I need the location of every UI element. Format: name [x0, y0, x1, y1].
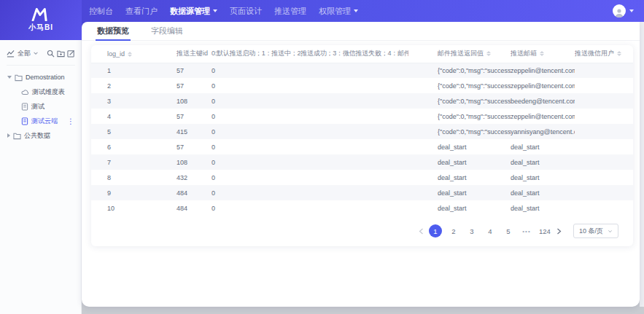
folder-icon — [15, 74, 23, 82]
caret-right-icon[interactable] — [7, 133, 10, 138]
user-menu[interactable] — [613, 4, 634, 17]
column-label: log_id — [107, 50, 125, 58]
page-button-5[interactable]: 5 — [502, 224, 515, 238]
table-header-row: log_id 推送主键id 0:默认推送启动；1：推送中；2推送成功；3：微信推… — [91, 45, 633, 63]
cell-push-status: 0 — [212, 93, 408, 109]
page-button-1[interactable]: 1 — [429, 224, 442, 238]
pagination: 1 2 3 4 5 ••• 124 10 条/页 — [91, 224, 633, 246]
column-header-push-status[interactable]: 0:默认推送启动；1：推送中；2推送成功；3：微信推送失败；4：邮件失败；5：全… — [212, 45, 408, 63]
page-ellipsis[interactable]: ••• — [520, 224, 533, 238]
avatar[interactable] — [613, 4, 626, 17]
cell-push-key-id: 108 — [160, 154, 212, 170]
more-actions-icon[interactable]: ⋮ — [67, 117, 74, 125]
cell-push-key-id: 57 — [160, 109, 212, 124]
chevron-down-icon — [629, 9, 634, 12]
cell-push-email: zeppelin@tencent.com — [511, 63, 575, 78]
main-nav: 控制台 查看门户 数据源管理 页面设计 推送管理 权限管理 — [89, 6, 358, 17]
nav-item-portal[interactable]: 查看门户 — [125, 6, 158, 17]
cell-log-id: 7 — [91, 154, 160, 170]
cell-push-key-id: 57 — [160, 78, 212, 93]
cell-mail-return: deal_start — [408, 170, 511, 185]
cell-push-email: deal_start — [511, 200, 575, 216]
data-table: log_id 推送主键id 0:默认推送启动；1：推送中；2推送成功；3：微信推… — [91, 45, 633, 216]
cell-push-status: 0 — [212, 170, 408, 185]
tree-item-label: 测试云端 — [31, 117, 58, 126]
file-icon — [21, 117, 28, 125]
search-icon[interactable] — [47, 50, 55, 58]
tree-item-dimension-table[interactable]: 测试维度表 — [0, 85, 81, 99]
table-row: 3 108 0 {"code":0,"msg":"success"} beede… — [91, 93, 633, 109]
brand-logo[interactable]: 小马BI — [0, 0, 82, 40]
dataset-tree: Demostration 测试维度表 测试 — [0, 68, 81, 143]
filter-selected-value[interactable]: 全部 — [18, 49, 31, 58]
scrollbar-track[interactable] — [640, 22, 644, 307]
nav-item-permission[interactable]: 权限管理 — [319, 6, 358, 17]
sort-icon[interactable] — [128, 52, 132, 57]
page-button-4[interactable]: 4 — [484, 224, 497, 238]
cell-push-key-id: 415 — [160, 124, 212, 139]
page-button-3[interactable]: 3 — [465, 224, 478, 238]
table-row: 1 57 0 {"code":0,"msg":"success"} zeppel… — [91, 63, 633, 78]
nav-label: 推送管理 — [274, 6, 306, 17]
folder-icon — [13, 132, 21, 140]
column-header-push-key-id[interactable]: 推送主键id — [160, 45, 212, 63]
tab-label: 数据预览 — [97, 25, 129, 36]
nav-item-console[interactable]: 控制台 — [89, 6, 113, 17]
sort-icon[interactable] — [540, 51, 544, 56]
cell-log-id: 3 — [91, 93, 160, 109]
divider — [7, 65, 75, 66]
table-row: 4 57 0 {"code":0,"msg":"success"} zeppel… — [91, 109, 633, 124]
cell-push-email: deal_start — [511, 185, 575, 200]
column-header-push-email[interactable]: 推送邮箱 — [511, 45, 575, 63]
cell-mail-return: {"code":0,"msg":"success"} — [408, 63, 511, 78]
tab-field-edit[interactable]: 字段编辑 — [151, 22, 183, 40]
page-size-select[interactable]: 10 条/页 — [573, 224, 618, 238]
cell-push-key-id: 432 — [160, 170, 212, 185]
nav-label: 查看门户 — [125, 6, 158, 17]
cell-push-status: 0 — [212, 78, 408, 93]
column-label: 邮件推送返回值 — [438, 50, 484, 57]
data-table-card: log_id 推送主键id 0:默认推送启动；1：推送中；2推送成功；3：微信推… — [91, 45, 633, 246]
logo-m-icon — [31, 7, 50, 21]
column-label: 推送微信用户 — [575, 50, 614, 57]
page-button-2[interactable]: 2 — [447, 224, 460, 238]
folder-add-icon[interactable] — [57, 50, 65, 58]
cell-push-wechat-user — [575, 78, 633, 93]
tab-bar: 数据预览 字段编辑 — [82, 22, 640, 41]
column-header-mail-return[interactable]: 邮件推送返回值 — [408, 45, 511, 63]
cell-push-wechat-user — [575, 109, 633, 124]
compose-icon[interactable] — [67, 50, 75, 58]
cell-mail-return: deal_start — [408, 154, 511, 170]
tree-item-public-data[interactable]: 公共数据 — [0, 128, 81, 143]
column-header-log-id[interactable]: log_id — [91, 45, 160, 63]
cell-push-status: 0 — [212, 154, 408, 170]
nav-item-push[interactable]: 推送管理 — [274, 6, 306, 17]
sort-icon[interactable] — [617, 51, 621, 56]
nav-label: 页面设计 — [230, 6, 262, 17]
column-header-push-wechat-user[interactable]: 推送微信用户 — [575, 45, 633, 63]
cell-log-id: 10 — [91, 200, 160, 216]
prev-page-icon[interactable] — [419, 228, 424, 235]
cell-push-wechat-user — [575, 200, 633, 216]
cell-push-key-id: 484 — [160, 200, 212, 216]
tab-data-preview[interactable]: 数据预览 — [97, 22, 129, 40]
next-page-icon[interactable] — [556, 228, 562, 235]
cell-mail-return: {"code":0,"msg":"success"} — [408, 93, 511, 109]
nav-item-datasource[interactable]: 数据源管理 — [170, 6, 217, 17]
tree-item-demostration[interactable]: Demostration — [0, 70, 81, 85]
caret-down-icon[interactable] — [7, 76, 12, 79]
nav-item-page-design[interactable]: 页面设计 — [230, 6, 262, 17]
cell-push-wechat-user — [575, 124, 633, 139]
cell-mail-return: deal_start — [408, 200, 511, 216]
page-button-124[interactable]: 124 — [538, 224, 551, 238]
chevron-down-icon[interactable] — [33, 50, 39, 56]
cell-push-status: 0 — [212, 185, 408, 200]
cell-push-email: beedeng@tencent.com — [511, 93, 575, 109]
main-content-panel: 数据预览 字段编辑 log_id 推送主键id — [82, 22, 640, 307]
tree-item-test[interactable]: 测试 — [0, 99, 81, 114]
brand-name: 小马BI — [28, 23, 53, 33]
page-size-value: 10 条/页 — [579, 227, 603, 236]
tree-item-test-cloud[interactable]: 测试云端 ⋮ — [0, 114, 81, 128]
sort-icon[interactable] — [486, 51, 491, 56]
table-row: 2 57 0 {"code":0,"msg":"success"} zeppel… — [91, 78, 633, 93]
